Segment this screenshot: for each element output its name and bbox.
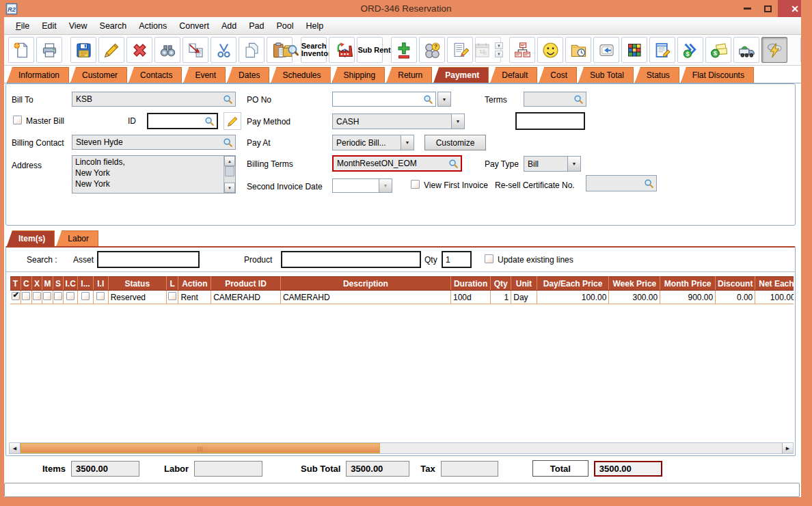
row-checkbox-c[interactable] — [22, 292, 30, 300]
new-document-button[interactable] — [8, 37, 34, 63]
col-duration[interactable]: Duration — [451, 277, 491, 291]
customize-button[interactable]: Customize — [424, 135, 486, 150]
horizontal-scrollbar[interactable]: ◀ ||| ▶ — [9, 442, 794, 454]
calendar-button[interactable]: 12▼▼ — [475, 37, 501, 63]
col-i-c[interactable]: I.C — [64, 277, 78, 291]
delete-button[interactable] — [126, 37, 152, 63]
menu-file[interactable]: File — [10, 18, 36, 34]
second-invoice-date-field[interactable]: ▼ — [332, 178, 392, 193]
scroll-right-icon[interactable]: ▶ — [782, 443, 793, 453]
po-no-dropdown[interactable]: ▼ — [437, 92, 451, 107]
menu-view[interactable]: View — [63, 18, 94, 34]
quick-action-button[interactable] — [761, 37, 787, 63]
scrollbar-thumb[interactable]: ||| — [21, 443, 380, 453]
row-checkbox-s[interactable] — [54, 292, 62, 300]
col-product-id[interactable]: Product ID — [211, 277, 281, 291]
menu-help[interactable]: Help — [300, 18, 330, 34]
col-c[interactable]: C — [21, 277, 32, 291]
tab-schedules[interactable]: Schedules — [271, 67, 330, 83]
col-month-price[interactable]: Month Price — [660, 277, 716, 291]
tab-contacts[interactable]: Contacts — [128, 67, 182, 83]
wheel-group-button[interactable]: ? — [419, 37, 445, 63]
tab-default[interactable]: Default — [490, 67, 537, 83]
col-i-[interactable]: I... — [78, 277, 94, 291]
tab-sub-total[interactable]: Sub Total — [578, 67, 634, 83]
pay-at-combo[interactable]: Periodic Bill...▼ — [332, 135, 414, 150]
col-t[interactable]: T — [10, 277, 21, 291]
row-checkbox-i-i[interactable] — [96, 292, 105, 300]
analysis-blocks-button[interactable] — [621, 37, 647, 63]
col-week-price[interactable]: Week Price — [609, 277, 660, 291]
col-unit[interactable]: Unit — [511, 277, 537, 291]
scroll-left-icon[interactable]: ◀ — [10, 443, 21, 453]
chevron-down-icon[interactable]: ▼▼ — [495, 42, 503, 57]
row-checkbox-t[interactable] — [12, 292, 20, 300]
asset-input[interactable] — [97, 251, 200, 268]
row-checkbox-i-c[interactable] — [66, 292, 75, 300]
copy-button[interactable] — [239, 37, 265, 63]
col-action[interactable]: Action — [178, 277, 211, 291]
billing-contact-field[interactable]: Steven Hyde — [72, 135, 236, 150]
resell-certificate-field[interactable] — [586, 175, 657, 191]
row-checkbox-x[interactable] — [33, 292, 41, 300]
push-billing-button[interactable]: $ — [677, 37, 703, 63]
tab-event[interactable]: Event — [183, 67, 226, 83]
update-existing-lines-checkbox[interactable] — [485, 254, 493, 263]
col-l[interactable]: L — [166, 277, 178, 291]
customer-smiley-button[interactable] — [537, 37, 563, 63]
add-remove-line-button[interactable] — [391, 37, 417, 63]
col-x[interactable]: X — [31, 277, 42, 291]
menu-pool[interactable]: Pool — [270, 18, 299, 34]
billing-notes-button[interactable]: $ — [705, 37, 731, 63]
tab-status[interactable]: Status — [635, 67, 679, 83]
menu-add[interactable]: Add — [215, 18, 243, 34]
tab-dates[interactable]: Dates — [227, 67, 269, 83]
col-discount[interactable]: Discount — [716, 277, 755, 291]
col-qty[interactable]: Qty — [491, 277, 511, 291]
item-tab-labor[interactable]: Labor — [56, 230, 98, 246]
billing-terms-field[interactable]: MonthResetON_EOM — [332, 155, 462, 172]
tab-shipping[interactable]: Shipping — [332, 67, 385, 83]
product-input[interactable] — [281, 251, 421, 268]
tab-customer[interactable]: Customer — [70, 67, 127, 83]
col-net-each[interactable]: Net Each — [755, 277, 794, 291]
item-tab-item-s-[interactable]: Item(s) — [7, 230, 55, 246]
transport-button[interactable] — [733, 37, 759, 63]
row-checkbox-l[interactable] — [168, 292, 176, 300]
notes-button[interactable] — [649, 37, 675, 63]
view-first-invoice-checkbox[interactable] — [411, 180, 420, 189]
po-no-field[interactable] — [332, 92, 436, 107]
table-row[interactable]: ReservedRentCAMERAHDCAMERAHD100d1Day100.… — [10, 291, 794, 304]
terms-field[interactable] — [524, 92, 586, 107]
col-status[interactable]: Status — [108, 277, 166, 291]
menu-actions[interactable]: Actions — [133, 18, 173, 34]
shortcut-key-button[interactable] — [593, 37, 619, 63]
tab-return[interactable]: Return — [386, 67, 432, 83]
tab-payment[interactable]: Payment — [433, 67, 489, 83]
tab-information[interactable]: Information — [7, 67, 69, 83]
history-folder-button[interactable] — [565, 37, 591, 63]
col-m[interactable]: M — [42, 277, 53, 291]
exit-button[interactable]: EXIT — [800, 37, 812, 63]
col-description[interactable]: Description — [280, 277, 450, 291]
row-checkbox-m[interactable] — [43, 292, 51, 300]
edit-id-button[interactable] — [224, 112, 241, 130]
id-field[interactable] — [147, 113, 218, 129]
tab-cost[interactable]: Cost — [539, 67, 577, 83]
col-s[interactable]: S — [53, 277, 64, 291]
qty-input[interactable]: 1 — [442, 251, 472, 268]
save-button[interactable] — [70, 37, 96, 63]
print-button[interactable] — [36, 37, 62, 63]
search-inventory-button[interactable]: SearchInventory▼▼ — [301, 37, 327, 63]
master-bill-checkbox[interactable] — [13, 116, 22, 124]
menu-edit[interactable]: Edit — [36, 18, 63, 34]
transfer-button[interactable] — [182, 37, 208, 63]
menu-pad[interactable]: Pad — [243, 18, 270, 34]
menu-search[interactable]: Search — [94, 18, 133, 34]
tab-flat-discounts[interactable]: Flat Discounts — [681, 67, 754, 83]
col-day-each-price[interactable]: Day/Each Price — [537, 277, 609, 291]
pay-method-combo[interactable]: CASH▼ — [332, 114, 465, 129]
edit-button[interactable] — [98, 37, 124, 63]
address-scrollbar[interactable]: ▲ ▼ — [224, 156, 235, 193]
bill-to-field[interactable]: KSB — [72, 92, 236, 107]
